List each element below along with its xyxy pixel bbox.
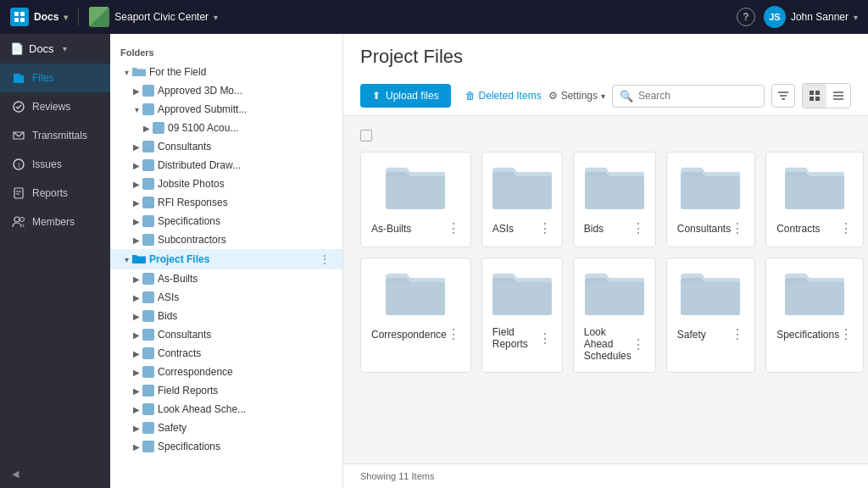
- select-all-checkbox[interactable]: [360, 130, 372, 141]
- folder-card-look-ahead-schedules[interactable]: Look Ahead Schedules ⋮: [573, 258, 656, 373]
- svg-rect-3: [20, 18, 25, 22]
- folder-card-safety[interactable]: Safety ⋮: [666, 258, 755, 373]
- sidebar-docs[interactable]: 📄 Docs ▾: [0, 34, 110, 64]
- user-menu[interactable]: JS John Sanner ▾: [764, 6, 858, 28]
- tree-arrow-bids[interactable]: ▶: [131, 312, 142, 321]
- folder-more-consultants[interactable]: ⋮: [731, 220, 744, 236]
- tree-item-consultants[interactable]: ▶ Consultants: [110, 325, 342, 344]
- folder-icon-contracts: [785, 163, 844, 212]
- sidebar-item-transmittals[interactable]: Transmittals: [0, 121, 110, 150]
- topbar: Docs ▾ Seaport Civic Center ▾ ? JS John …: [0, 0, 868, 34]
- tree-item-project-files[interactable]: ▾ Project Files ⋮: [110, 249, 342, 269]
- folder-more-look-ahead-schedules[interactable]: ⋮: [632, 336, 645, 352]
- tree-arrow-jobsite[interactable]: ▶: [131, 180, 142, 189]
- brand-label[interactable]: Docs: [34, 11, 58, 23]
- sidebar-item-reviews[interactable]: Reviews: [0, 92, 110, 121]
- tree-item-distributed-draw[interactable]: ▶ Distributed Draw...: [110, 156, 342, 175]
- folder-more-correspondence[interactable]: ⋮: [447, 326, 460, 342]
- tree-arrow-safety[interactable]: ▶: [131, 424, 142, 433]
- tree-item-specifications[interactable]: ▶ Specifications: [110, 437, 342, 456]
- tree-item-approved-3d[interactable]: ▶ Approved 3D Mo...: [110, 81, 342, 100]
- tree-arrow-as-builts[interactable]: ▶: [131, 274, 142, 284]
- tree-item-field-reports[interactable]: ▶ Field Reports: [110, 381, 342, 400]
- list-view-button[interactable]: [826, 84, 850, 108]
- folder-card-specifications[interactable]: Specifications ⋮: [765, 258, 864, 373]
- tree-item-consultants-field[interactable]: ▶ Consultants: [110, 137, 342, 156]
- tree-arrow-approved-3d[interactable]: ▶: [131, 86, 142, 96]
- tree-arrow-asis[interactable]: ▶: [131, 293, 142, 302]
- tree-arrow-field-reports[interactable]: ▶: [131, 386, 142, 396]
- sidebar-collapse[interactable]: ◀: [0, 460, 110, 488]
- folder-more-contracts[interactable]: ⋮: [839, 220, 853, 236]
- folder-card-asis[interactable]: ASIs ⋮: [481, 152, 563, 247]
- tree-item-as-builts[interactable]: ▶ As-Builts: [110, 269, 342, 288]
- tree-label-consultants-field: Consultants: [158, 141, 211, 152]
- tree-arrow-distributed[interactable]: ▶: [131, 161, 142, 170]
- tree-arrow-09-5100[interactable]: ▶: [141, 124, 153, 133]
- sidebar-docs-chevron[interactable]: ▾: [63, 44, 67, 53]
- tree-arrow-correspondence[interactable]: ▶: [131, 368, 142, 377]
- brand-chevron[interactable]: ▾: [64, 13, 68, 22]
- svg-rect-25: [492, 176, 552, 209]
- deleted-items-link[interactable]: 🗑 Deleted Items: [465, 90, 542, 102]
- project-files-more[interactable]: ⋮: [314, 252, 336, 266]
- settings-link[interactable]: ⚙ Settings ▾: [548, 90, 605, 102]
- folder-more-bids[interactable]: ⋮: [632, 220, 645, 236]
- folder-card-contracts[interactable]: Contracts ⋮: [765, 152, 864, 247]
- sidebar-item-issues[interactable]: ! Issues: [0, 150, 110, 179]
- sidebar-item-files[interactable]: Files: [0, 64, 110, 92]
- folder-card-as-builts[interactable]: As-Builts ⋮: [360, 152, 471, 247]
- tree-item-safety[interactable]: ▶ Safety: [110, 419, 342, 437]
- project-chevron[interactable]: ▾: [214, 13, 218, 22]
- tree-item-approved-submit[interactable]: ▾ Approved Submitt...: [110, 100, 342, 119]
- folder-more-specifications[interactable]: ⋮: [839, 326, 853, 342]
- sidebar-item-members[interactable]: Members: [0, 208, 110, 236]
- tree-item-asis[interactable]: ▶ ASIs: [110, 288, 342, 307]
- folder-icon-specifications: [785, 269, 844, 318]
- tree-arrow-look-ahead[interactable]: ▶: [131, 405, 142, 414]
- sidebar-item-reports[interactable]: Reports: [0, 179, 110, 208]
- tree-item-correspondence[interactable]: ▶ Correspondence: [110, 363, 342, 381]
- folder-more-safety[interactable]: ⋮: [731, 326, 744, 342]
- svg-point-10: [14, 217, 19, 222]
- search-input[interactable]: [638, 90, 757, 102]
- folder-more-as-builts[interactable]: ⋮: [447, 220, 460, 236]
- folder-card-consultants[interactable]: Consultants ⋮: [666, 152, 755, 247]
- tree-item-contracts[interactable]: ▶ Contracts: [110, 344, 342, 363]
- tree-arrow-approved-submit[interactable]: ▾: [131, 105, 142, 114]
- tree-item-bids[interactable]: ▶ Bids: [110, 307, 342, 325]
- folder-thumb-distributed: [142, 159, 154, 171]
- folder-more-field-reports[interactable]: ⋮: [538, 330, 552, 347]
- tree-item-for-the-field[interactable]: ▾ For the Field: [110, 63, 342, 81]
- grid-view-button[interactable]: [803, 84, 826, 108]
- tree-arrow-rfi[interactable]: ▶: [131, 198, 142, 208]
- folder-card-bids[interactable]: Bids ⋮: [573, 152, 656, 247]
- tree-item-rfi[interactable]: ▶ RFI Responses: [110, 193, 342, 212]
- filter-button[interactable]: [771, 84, 795, 108]
- help-button[interactable]: ?: [737, 8, 755, 26]
- tree-arrow-contracts[interactable]: ▶: [131, 349, 142, 358]
- folder-more-asis[interactable]: ⋮: [538, 220, 552, 236]
- tree-arrow-specs-field[interactable]: ▶: [131, 217, 142, 226]
- tree-item-subcontractors[interactable]: ▶ Subcontractors: [110, 230, 342, 249]
- svg-rect-29: [681, 176, 740, 209]
- tree-arrow-subcontractors[interactable]: ▶: [131, 236, 142, 245]
- toolbar-row: ⬆ Upload files 🗑 Deleted Items ⚙ Setting…: [360, 76, 851, 115]
- tree-item-specs-field[interactable]: ▶ Specifications: [110, 212, 342, 230]
- tree-item-jobsite-photos[interactable]: ▶ Jobsite Photos: [110, 175, 342, 193]
- tree-arrow-project-files[interactable]: ▾: [120, 255, 132, 264]
- project-selector[interactable]: Seaport Civic Center ▾: [89, 7, 218, 27]
- tree-item-09-5100[interactable]: ▶ 09 5100 Acou...: [110, 119, 342, 137]
- tree-arrow-consultants[interactable]: ▶: [131, 330, 142, 340]
- upload-button[interactable]: ⬆ Upload files: [360, 84, 451, 108]
- user-chevron[interactable]: ▾: [854, 13, 858, 22]
- tree-arrow-specifications[interactable]: ▶: [131, 442, 142, 452]
- tree-arrow-consultants-field[interactable]: ▶: [131, 142, 142, 152]
- trash-icon: 🗑: [465, 90, 476, 102]
- folder-card-field-reports[interactable]: Field Reports ⋮: [481, 258, 563, 373]
- tree-arrow-for-field[interactable]: ▾: [120, 68, 132, 77]
- sidebar-reports-label: Reports: [32, 187, 68, 199]
- folder-card-correspondence[interactable]: Correspondence ⋮: [360, 258, 471, 373]
- tree-label-field-reports: Field Reports: [158, 385, 218, 396]
- tree-item-look-ahead[interactable]: ▶ Look Ahead Sche...: [110, 400, 342, 419]
